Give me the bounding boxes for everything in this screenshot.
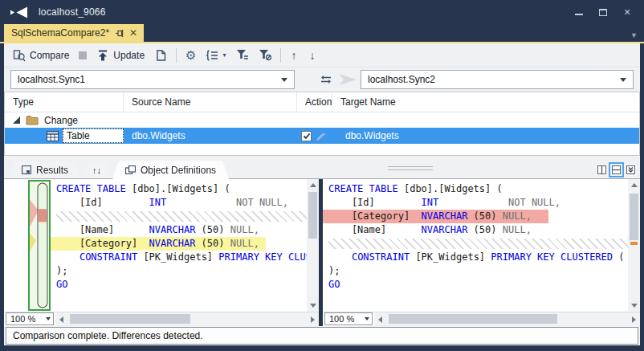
minimize-icon [575, 14, 583, 15]
source-zoom-dropdown[interactable]: 100 % [6, 312, 54, 325]
panel-drag-grip[interactable] [388, 166, 433, 173]
row-source-name: dbo.Widgets [124, 130, 297, 141]
code-line: [Category] NVARCHAR (50) NULL, [51, 237, 307, 251]
compare-label: Compare [30, 50, 69, 61]
scroll-down-icon[interactable] [631, 304, 638, 308]
target-code-area: CREATE TABLE [dbo].[Widgets] ( [Id] INT … [323, 179, 628, 312]
connection-row: localhost.Sync1 localhost.Sync2 [4, 67, 640, 92]
previous-difference-button[interactable]: ↑ [286, 49, 303, 62]
title-bar: localhost_9066 × [0, 0, 644, 24]
code-line: [Name] NVARCHAR (50) NULL, [323, 223, 628, 237]
scrollbar-thumb[interactable] [389, 314, 557, 324]
column-header-target-name[interactable]: Target Name [332, 92, 639, 112]
scroll-up-icon[interactable] [631, 183, 638, 187]
options-button[interactable]: ⚙ [181, 47, 200, 63]
update-button[interactable]: Update [92, 47, 149, 64]
toolbar-separator [280, 48, 281, 63]
difference-row-widgets[interactable]: Table dbo.Widgets dbo.Widgets [5, 128, 639, 144]
tab-overflow-chevron-icon[interactable]: ▼ [630, 31, 638, 42]
row-target-name: dbo.Widgets [332, 130, 639, 141]
scrollbar-thumb[interactable] [630, 194, 638, 240]
code-line: [Id] INT NOT NULL, [323, 196, 628, 210]
source-zoom-value: 100 % [10, 314, 35, 324]
minimize-button[interactable] [567, 3, 591, 21]
generate-script-button[interactable] [150, 47, 171, 64]
document-tab-strip: SqlSchemaCompare2* ✕ ▼ [0, 24, 644, 43]
tab-results-label: Results [36, 165, 68, 176]
column-header-action[interactable]: Action [297, 92, 332, 112]
column-header-source-name[interactable]: Source Name [124, 92, 297, 112]
scrollbar-thumb[interactable] [70, 314, 190, 324]
code-line: [Category] NVARCHAR (50) NULL, [323, 210, 628, 223]
code-line: CREATE TABLE [dbo].[Widgets] ( [51, 182, 307, 196]
update-icon [96, 49, 109, 62]
tab-sort-order[interactable]: ↑↓ [81, 161, 112, 178]
source-horizontal-scrollbar[interactable] [55, 312, 319, 326]
dropdown-arrow-icon [46, 317, 51, 320]
checkmark-icon [303, 133, 311, 140]
next-difference-button[interactable]: ↓ [304, 49, 321, 62]
group-results-button[interactable]: ▾ [202, 47, 230, 64]
sort-arrows-icon: ↑↓ [92, 165, 101, 175]
scroll-left-icon[interactable] [378, 316, 382, 323]
scroll-right-icon[interactable] [632, 316, 636, 323]
filter-equal-objects-button[interactable] [232, 47, 253, 64]
target-zoom-dropdown[interactable]: 100 % [324, 312, 373, 325]
group-by-icon [206, 49, 219, 62]
window-title: localhost_9066 [39, 6, 106, 18]
code-line: ); [51, 264, 307, 278]
compare-direction-arrow-icon [337, 73, 358, 86]
tab-close-icon[interactable]: ✕ [129, 28, 137, 38]
group-row-change[interactable]: Change [5, 112, 639, 128]
collapse-panel-button[interactable] [625, 164, 637, 176]
object-definitions-panes: CREATE TABLE [dbo].[Widgets] ( [Id] INT … [4, 179, 640, 326]
panel-layout-buttons [596, 164, 640, 176]
source-database-value: localhost.Sync1 [18, 74, 281, 85]
compare-button[interactable]: Compare [9, 47, 73, 64]
filter-clear-button[interactable] [255, 47, 275, 64]
target-vertical-scrollbar[interactable] [628, 179, 640, 312]
scroll-left-icon[interactable] [59, 316, 63, 323]
close-button[interactable]: × [615, 3, 639, 21]
group-label: Change [44, 115, 78, 126]
include-checkbox[interactable] [301, 131, 312, 141]
expand-collapse-icon[interactable] [13, 116, 20, 124]
status-message: Comparison complete. Differences detecte… [13, 330, 203, 341]
code-line: [Id] INT NOT NULL, [51, 196, 307, 210]
chevron-down-icon: ▾ [223, 51, 226, 59]
change-action-pencil-icon [316, 131, 326, 141]
code-line: CONSTRAINT [PK_Widgets] PRIMARY KEY CLUS… [323, 251, 628, 264]
scroll-down-icon[interactable] [310, 304, 316, 308]
source-vertical-scrollbar[interactable] [307, 179, 319, 312]
stop-button[interactable] [75, 49, 91, 62]
scroll-up-icon[interactable] [310, 183, 316, 187]
tab-object-definitions[interactable]: Object Definitions [112, 161, 229, 179]
visual-studio-logo-icon [10, 6, 28, 18]
diff-overview-graphic [30, 182, 49, 309]
layout-vertical-split-button[interactable] [596, 164, 608, 176]
target-definition-pane: CREATE TABLE [dbo].[Widgets] ( [Id] INT … [323, 179, 640, 326]
column-header-type[interactable]: Type [5, 92, 124, 112]
pin-icon[interactable] [115, 29, 124, 38]
maximize-button[interactable] [591, 3, 615, 21]
target-database-dropdown[interactable]: localhost.Sync2 [361, 70, 634, 89]
diff-overview-map[interactable] [28, 180, 51, 311]
scroll-right-icon[interactable] [311, 316, 315, 323]
tab-sql-schema-compare[interactable]: SqlSchemaCompare2* ✕ [4, 24, 144, 42]
source-database-dropdown[interactable]: localhost.Sync1 [10, 70, 295, 89]
update-label: Update [113, 50, 145, 61]
vertical-split-icon [597, 165, 606, 174]
target-horizontal-scrollbar[interactable] [374, 312, 640, 326]
row-action-cell [297, 131, 332, 141]
scrollbar-thumb[interactable] [308, 192, 317, 239]
code-line: CREATE TABLE [dbo].[Widgets] ( [323, 182, 628, 196]
swap-source-target-button[interactable] [317, 71, 335, 88]
stop-icon [79, 51, 87, 59]
layout-horizontal-split-button[interactable] [610, 164, 622, 176]
row-type-cell: Table [5, 129, 124, 143]
collapse-chevrons-icon [626, 165, 635, 174]
tab-results[interactable]: Results [9, 161, 81, 178]
horizontal-split-icon [612, 165, 621, 174]
row-type-value[interactable]: Table [63, 129, 124, 143]
differences-grid: Type Source Name Action Target Name Chan… [4, 92, 640, 156]
